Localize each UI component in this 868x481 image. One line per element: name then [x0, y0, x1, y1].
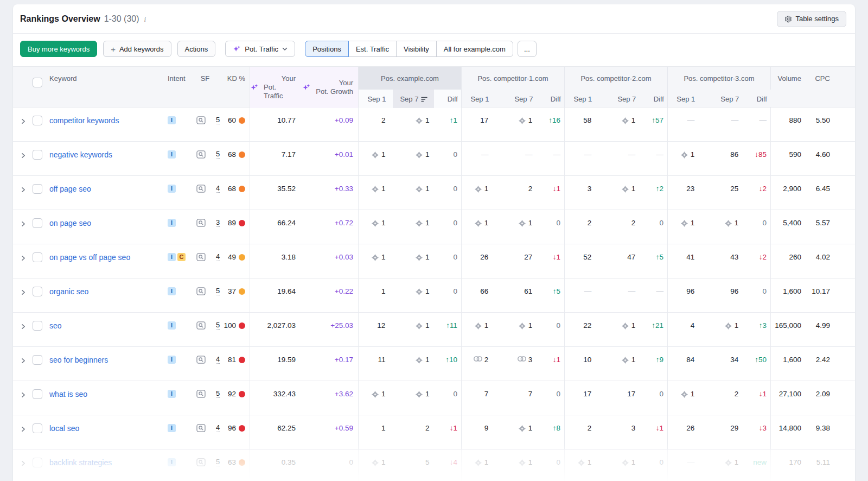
pot-growth-value: +25.03 [330, 321, 353, 330]
intent-column-header[interactable]: Intent [145, 67, 192, 90]
subcol-header-sep-7[interactable]: Sep 7 [393, 90, 434, 108]
position-value: 1 [484, 185, 489, 193]
tab-visibility[interactable]: Visibility [396, 41, 437, 57]
subcol-header-diff[interactable]: Diff [434, 90, 462, 108]
expand-row-button[interactable] [13, 142, 33, 175]
row-checkbox[interactable] [33, 116, 42, 125]
diff-cell: ↓1 [743, 381, 770, 415]
diff-cell: ↑8 [537, 415, 564, 449]
intent-badge-i: I [168, 219, 176, 227]
expand-row-button[interactable] [13, 107, 33, 141]
row-checkbox[interactable] [33, 184, 42, 194]
kd-dot-icon [239, 288, 245, 295]
expand-row-button[interactable] [13, 381, 33, 415]
tab-all-for-example-com[interactable]: All for example.com [436, 41, 513, 57]
row-checkbox[interactable] [33, 458, 42, 467]
diff-value: ↓1 [553, 253, 560, 261]
keyword-link[interactable]: off page seo [47, 185, 91, 194]
buy-more-keywords-button[interactable]: Buy more keywords [20, 41, 97, 57]
chevron-right-icon [21, 221, 26, 227]
keyword-link[interactable]: competitor keywords [47, 116, 119, 125]
row-checkbox[interactable] [33, 252, 42, 262]
tab-positions[interactable]: Positions [305, 41, 349, 57]
diff-cell: 0 [640, 381, 667, 415]
volume-cell: 590 [770, 142, 808, 175]
position-value: — [731, 116, 739, 124]
keyword-link[interactable]: on page seo [47, 219, 91, 228]
position-value: 12 [377, 321, 385, 330]
cpc-column-header[interactable]: CPC [808, 67, 842, 90]
subcol-header-sep-7[interactable]: Sep 7 [599, 90, 640, 108]
position-value: 1 [425, 253, 430, 261]
subcol-header-sep-1[interactable]: Sep 1 [462, 90, 496, 108]
pot-growth-cell: +0.72 [301, 210, 358, 244]
select-all-checkbox[interactable] [33, 78, 42, 87]
row-checkbox[interactable] [33, 150, 42, 160]
row-checkbox[interactable] [33, 389, 42, 399]
keyword-link[interactable]: negative keywords [47, 150, 112, 160]
volume-value: 5,400 [783, 219, 801, 227]
row-checkbox[interactable] [33, 218, 42, 228]
subcol-header-diff[interactable]: Diff [640, 90, 668, 108]
keyword-link[interactable]: on page vs off page seo [47, 253, 130, 262]
keyword-link[interactable]: local seo [47, 424, 79, 433]
kd-column-header[interactable]: KD % [218, 67, 250, 90]
keyword-link[interactable]: backlink strategies [47, 458, 112, 467]
expand-row-button[interactable] [13, 176, 33, 210]
subcol-header-sep-1[interactable]: Sep 1 [359, 90, 393, 108]
keyword-link[interactable]: seo for beginners [47, 356, 108, 365]
info-icon[interactable]: i [143, 15, 148, 24]
position-value: 1 [735, 219, 739, 227]
keyword-link[interactable]: organic seo [47, 287, 88, 296]
table-settings-button[interactable]: Table settings [777, 11, 847, 27]
tabs-more-button[interactable]: ... [518, 41, 537, 57]
expand-row-button[interactable] [13, 347, 33, 381]
pot-growth-column-header[interactable]: YourPot. Growth [301, 67, 358, 108]
expand-row-button[interactable] [13, 450, 33, 481]
position-cell: 1 [461, 176, 495, 210]
actions-button[interactable]: Actions [177, 41, 216, 57]
row-checkbox[interactable] [33, 287, 42, 296]
diff-value: ↓1 [450, 424, 457, 432]
subcol-header-sep-1[interactable]: Sep 1 [668, 90, 702, 108]
position-cell: 1 [392, 142, 433, 175]
expand-row-button[interactable] [13, 279, 33, 312]
intent-badge-i: I [168, 287, 176, 295]
expand-row-button[interactable] [13, 313, 33, 346]
subcol-header-sep-1[interactable]: Sep 1 [565, 90, 599, 108]
tab-est-traffic[interactable]: Est. Traffic [348, 41, 397, 57]
sf-column-header[interactable]: SF [192, 67, 218, 90]
diff-value: ↓1 [656, 424, 663, 432]
serp-feature-position-icon [518, 459, 526, 467]
volume-column-header[interactable]: Volume [770, 67, 808, 90]
row-checkbox[interactable] [33, 321, 42, 331]
expand-row-button[interactable] [13, 210, 33, 244]
expand-row-button[interactable] [13, 415, 33, 449]
pot-traffic-column-header[interactable]: YourPot. Traffic [250, 67, 301, 108]
volume-value: 260 [789, 253, 801, 261]
pot-traffic-cell: 3.18 [250, 244, 301, 278]
expand-row-button[interactable] [13, 244, 33, 278]
keyword-column-header[interactable]: Keyword [47, 67, 145, 90]
pot-growth-cell: +0.09 [301, 107, 358, 141]
intent-badge-i: I [168, 356, 176, 364]
position-group-pos-competitor-2-com: Pos. competitor-2.comSep 1Sep 7Diff [564, 67, 667, 108]
subcol-header-sep-7[interactable]: Sep 7 [702, 90, 743, 108]
keyword-link[interactable]: seo [47, 321, 62, 331]
serp-feature-position-icon [680, 151, 688, 159]
subcol-header-diff[interactable]: Diff [743, 90, 771, 108]
diff-cell: 0 [537, 381, 564, 415]
subcol-header-sep-7[interactable]: Sep 7 [496, 90, 537, 108]
position-cell: 26 [667, 415, 701, 449]
keyword-link[interactable]: what is seo [47, 390, 87, 399]
position-cell: 1 [392, 107, 433, 141]
add-keywords-button[interactable]: + Add keywords [103, 41, 171, 57]
metric-dropdown[interactable]: Pot. Traffic [225, 41, 295, 57]
position-cell: 2 [598, 210, 640, 244]
diff-cell: ↓1 [640, 415, 667, 449]
row-checkbox[interactable] [33, 355, 42, 365]
row-checkbox[interactable] [33, 423, 42, 433]
subcol-header-diff[interactable]: Diff [537, 90, 565, 108]
cpc-cell: 4.60 [808, 142, 842, 175]
kd-dot-icon [239, 391, 245, 397]
